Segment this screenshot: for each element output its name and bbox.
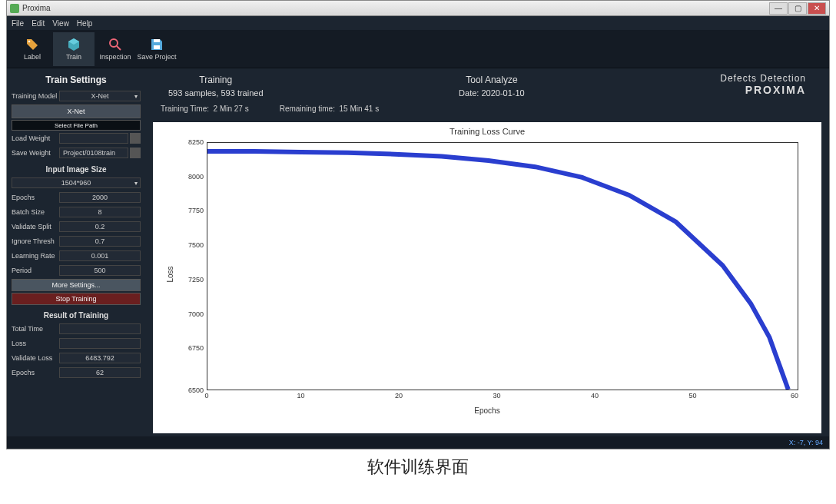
result-epochs-label: Epochs: [12, 369, 59, 376]
cube-icon: [67, 38, 81, 51]
loss-value: [59, 338, 141, 349]
validate-loss-value: 6483.792: [59, 353, 141, 363]
period-label: Period: [12, 267, 59, 274]
result-heading: Result of Training: [12, 311, 141, 320]
menubar: File Edit View Help: [7, 16, 829, 30]
content-area: Training 593 samples, 593 trained Tool A…: [145, 68, 829, 436]
tool-save-project[interactable]: Save Project: [136, 32, 177, 66]
toolbar: Label Train Inspection Save Project: [7, 30, 829, 68]
save-weight-label: Save Weight: [12, 149, 59, 157]
svg-point-0: [28, 40, 31, 42]
period-field[interactable]: 500: [59, 265, 141, 276]
training-model-label: Training Model: [12, 92, 59, 100]
tool-label[interactable]: Label: [12, 32, 53, 66]
epochs-field[interactable]: 2000: [59, 192, 141, 203]
y-ticks: 82508000775075007250700067506500: [176, 142, 204, 390]
tool-analyze-title: Tool Analyze: [459, 73, 525, 87]
menu-file[interactable]: File: [12, 19, 24, 28]
x-axis-label: Epochs: [153, 406, 821, 415]
result-epochs-value: 62: [59, 367, 141, 378]
y-axis-label: Loss: [166, 266, 174, 282]
total-time-value: [59, 323, 141, 334]
app-icon: [10, 4, 19, 13]
search-icon: [108, 38, 122, 51]
load-weight-field[interactable]: [59, 133, 128, 144]
chart-title: Training Loss Curve: [153, 127, 821, 136]
svg-point-1: [110, 39, 118, 47]
plot-frame: [207, 142, 798, 390]
batch-size-field[interactable]: 8: [59, 207, 141, 217]
svg-rect-2: [154, 45, 160, 49]
x-ticks: 0102030405060: [207, 392, 798, 403]
defects-detection-text: Defects Detection: [720, 73, 806, 84]
menu-edit[interactable]: Edit: [32, 19, 45, 28]
status-coords: X: -7, Y: 94: [789, 439, 823, 446]
training-model-select[interactable]: X-Net: [59, 91, 141, 101]
page-caption: 软件训练界面: [6, 456, 830, 479]
close-button[interactable]: ✕: [808, 2, 826, 15]
tool-train[interactable]: Train: [53, 32, 95, 66]
chart-area: Training Loss Curve Loss Epochs 82508000…: [153, 122, 821, 433]
tag-icon: [25, 38, 39, 51]
titlebar: Proxima — ▢ ✕: [7, 1, 829, 16]
samples-text: 593 samples, 593 trained: [168, 87, 264, 100]
menu-help[interactable]: Help: [77, 19, 93, 28]
learning-rate-label: Learning Rate: [12, 252, 59, 260]
remaining-time-value: 15 Min 41 s: [340, 104, 380, 113]
input-image-size-label: Input Image Size: [12, 165, 141, 174]
statusbar: X: -7, Y: 94: [7, 436, 829, 449]
loss-label: Loss: [12, 340, 59, 347]
brand-text: PROXIMA: [720, 84, 806, 96]
learning-rate-field[interactable]: 0.001: [59, 250, 141, 261]
menu-view[interactable]: View: [52, 19, 69, 28]
save-weight-field[interactable]: Project/0108train: [59, 148, 128, 158]
save-weight-browse[interactable]: [130, 148, 141, 158]
batch-size-label: Batch Size: [12, 208, 59, 216]
validate-split-field[interactable]: 0.2: [59, 221, 141, 232]
total-time-label: Total Time: [12, 325, 59, 333]
svg-rect-3: [154, 39, 160, 42]
input-image-size-select[interactable]: 1504*960: [12, 177, 141, 188]
tool-inspection[interactable]: Inspection: [95, 32, 136, 66]
xnet-button[interactable]: X-Net: [12, 104, 141, 118]
maximize-button[interactable]: ▢: [788, 2, 807, 15]
epochs-label: Epochs: [12, 194, 59, 201]
sidebar: Train Settings Training Model X-Net X-Ne…: [7, 68, 145, 436]
train-settings-heading: Train Settings: [12, 75, 141, 85]
load-weight-browse[interactable]: [130, 133, 141, 144]
training-title: Training: [168, 73, 264, 87]
training-time-label: Training Time:: [161, 104, 209, 113]
more-settings-button[interactable]: More Settings...: [12, 279, 141, 291]
ignore-thresh-label: Ignore Thresh: [12, 237, 59, 245]
validate-loss-label: Validate Loss: [12, 354, 59, 362]
training-time-value: 2 Min 27 s: [214, 104, 249, 113]
loss-curve: [207, 143, 798, 390]
date-text: Date: 2020-01-10: [459, 87, 525, 100]
save-icon: [150, 38, 164, 51]
validate-split-label: Validate Split: [12, 223, 59, 230]
stop-training-button[interactable]: Stop Training: [12, 293, 141, 305]
minimize-button[interactable]: —: [769, 2, 788, 15]
window-title: Proxima: [22, 4, 51, 12]
remaining-time-label: Remaining time:: [280, 104, 335, 113]
select-file-path-button[interactable]: Select File Path: [12, 120, 141, 131]
ignore-thresh-field[interactable]: 0.7: [59, 236, 141, 247]
load-weight-label: Load Weight: [12, 134, 59, 142]
